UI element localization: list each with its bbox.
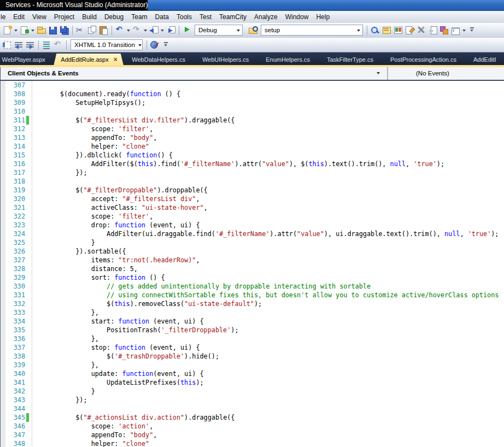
undo-icon[interactable] — [115, 25, 125, 35]
code-line-314[interactable]: 314 helper: "clone" — [1, 142, 504, 151]
menu-window[interactable]: Window — [282, 11, 313, 23]
code-line-347[interactable]: 347 appendTo: "body", — [1, 431, 504, 439]
tab-addeditrule-aspx[interactable]: AddEditRule.aspx× — [54, 54, 123, 65]
format-selection-icon[interactable] — [53, 40, 63, 50]
code-line-307[interactable]: 307 — [1, 81, 504, 90]
redo-icon[interactable] — [132, 25, 142, 35]
copy-icon[interactable] — [87, 25, 97, 35]
find-symbol-icon[interactable] — [370, 25, 380, 35]
code-line-340[interactable]: 340 update: function(event, ui) { — [1, 369, 504, 378]
new-query-icon[interactable] — [405, 25, 415, 35]
extension-manager-icon[interactable] — [439, 25, 449, 35]
code-line-346[interactable]: 346 scope: 'action', — [1, 422, 504, 431]
dropdown-arrow-icon[interactable] — [143, 26, 148, 34]
dropdown-arrow-icon[interactable] — [13, 26, 18, 34]
menu-test[interactable]: Test — [196, 11, 215, 23]
code-line-312[interactable]: 312 scope: 'filter', — [1, 125, 504, 133]
save-icon[interactable] — [48, 25, 58, 35]
dropdown-arrow-icon[interactable] — [461, 26, 466, 34]
cut-icon[interactable] — [75, 25, 86, 35]
new-item-icon[interactable] — [2, 25, 13, 35]
code-line-334[interactable]: 334 start: function (event, ui) { — [1, 317, 504, 326]
code-line-342[interactable]: 342 } — [1, 387, 504, 396]
menu-tools[interactable]: Tools — [173, 11, 196, 23]
code-line-315[interactable]: 315 }).dblclick( function() { — [1, 151, 504, 160]
code-line-311[interactable]: 311 $("#_filtersList div.filter").dragga… — [1, 116, 504, 125]
code-line-310[interactable]: 310 — [1, 107, 504, 116]
code-line-328[interactable]: 328 distance: 5, — [1, 264, 504, 273]
menu-help[interactable]: Help — [312, 11, 333, 23]
code-line-341[interactable]: 341 UpdateListPrefixes(this); — [1, 378, 504, 387]
code-line-348[interactable]: 348 helper: "clone" — [1, 439, 504, 447]
menu-edit[interactable]: Edit — [9, 11, 28, 23]
tab-webplayer-aspx[interactable]: WebPlayer.aspx — [0, 54, 54, 65]
code-line-331[interactable]: 331 // using connectWithSortable fixes t… — [1, 291, 504, 299]
add-project-icon[interactable] — [19, 25, 30, 35]
code-line-323[interactable]: 323 drop: function (event, ui) { — [1, 221, 504, 230]
event-dropdown[interactable]: (No Events) — [388, 67, 504, 80]
code-line-337[interactable]: 337 stop: function (event, ui) { — [1, 343, 504, 352]
toolbar-overflow-button[interactable] — [468, 25, 476, 35]
code-line-309[interactable]: 309 SetupHelpTipsys(); — [1, 98, 504, 107]
code-line-338[interactable]: 338 $('#_trashDroppable').hide(); — [1, 352, 504, 361]
paste-icon[interactable] — [98, 25, 109, 35]
code-line-324[interactable]: 324 AddFilter(ui.draggable.find('#_filte… — [1, 230, 504, 238]
find-in-files-icon[interactable] — [248, 25, 259, 35]
menu-team[interactable]: Team — [127, 11, 151, 23]
format-document-icon[interactable] — [42, 40, 52, 50]
code-editor[interactable]: 307308 $(document).ready(function () {30… — [0, 81, 504, 447]
menu-analyze[interactable]: Analyze — [250, 11, 282, 23]
increase-indent-icon[interactable] — [25, 40, 36, 50]
validate-icon[interactable] — [150, 40, 160, 50]
code-line-336[interactable]: 336 }, — [1, 334, 504, 343]
tab-taskfiltertype-cs[interactable]: TaskFilterType.cs — [318, 54, 382, 65]
tab-webuihelpers-cs[interactable]: WebUIHelpers.cs — [194, 54, 257, 65]
doctype-combobox[interactable]: XHTML 1.0 Transition — [71, 39, 143, 50]
code-line-333[interactable]: 333 }, — [1, 308, 504, 317]
code-line-335[interactable]: 335 PositionTrash('_filterDroppable'); — [1, 326, 504, 334]
decrease-indent-icon[interactable] — [14, 40, 24, 50]
open-folder-icon[interactable] — [36, 25, 46, 35]
code-line-313[interactable]: 313 appendTo: "body", — [1, 133, 504, 142]
tools-options-icon[interactable] — [416, 25, 426, 35]
code-line-316[interactable]: 316 AddFilter($(this).find('#_filterName… — [1, 160, 504, 168]
code-line-329[interactable]: 329 sort: function () { — [1, 273, 504, 282]
menu-data[interactable]: Data — [151, 11, 173, 23]
code-line-321[interactable]: 321 activeClass: "ui-state-hover", — [1, 203, 504, 212]
close-icon[interactable]: × — [114, 57, 118, 62]
code-line-343[interactable]: 343 }); — [1, 396, 504, 404]
menu-view[interactable]: View — [28, 11, 50, 23]
menu-project[interactable]: Project — [50, 11, 78, 23]
find-combo-combobox[interactable]: setup — [261, 25, 363, 36]
save-all-icon[interactable] — [59, 25, 69, 35]
code-line-322[interactable]: 322 scope: 'filter', — [1, 212, 504, 221]
tab-enumhelpers-cs[interactable]: EnumHelpers.cs — [257, 54, 319, 65]
code-line-317[interactable]: 317 }); — [1, 168, 504, 177]
code-line-320[interactable]: 320 accept: "#_filtersList div", — [1, 195, 504, 203]
code-line-319[interactable]: 319 $("#_filterDroppable").droppable({ — [1, 186, 504, 195]
tab-postprocessingaction-cs[interactable]: PostProcessingAction.cs — [382, 54, 465, 65]
code-line-330[interactable]: 330 // gets added unintentionally by dro… — [1, 282, 504, 291]
select-region-icon[interactable] — [2, 40, 13, 50]
code-line-339[interactable]: 339 }, — [1, 361, 504, 369]
solution-config-combobox[interactable]: Debug — [195, 25, 243, 36]
tab-webdatahelpers-cs[interactable]: WebDataHelpers.cs — [124, 54, 194, 65]
code-line-344[interactable]: 344 — [1, 404, 504, 413]
navigate-to-icon[interactable] — [427, 25, 438, 35]
start-debug-icon[interactable] — [182, 25, 192, 35]
object-dropdown[interactable]: Client Objects & Events — [1, 67, 387, 80]
code-line-325[interactable]: 325 } — [1, 238, 504, 247]
dropdown-arrow-icon[interactable] — [160, 26, 165, 34]
code-line-318[interactable]: 318 — [1, 177, 504, 186]
dropdown-arrow-icon[interactable] — [30, 26, 35, 34]
code-line-326[interactable]: 326 }).sortable({ — [1, 247, 504, 256]
menu-build[interactable]: Build — [78, 11, 101, 23]
object-browser-icon[interactable] — [393, 25, 403, 35]
nav-back-icon[interactable] — [149, 25, 159, 35]
menu-teamcity[interactable]: TeamCity — [215, 11, 250, 23]
nav-forward-icon[interactable] — [166, 25, 176, 35]
tab-addediti[interactable]: AddEditI — [465, 54, 504, 65]
code-line-345[interactable]: 345 $("#_actionsList div.action").dragga… — [1, 413, 504, 422]
properties-window-icon[interactable] — [382, 25, 392, 35]
code-line-327[interactable]: 327 items: "tr:not(.headerRow)", — [1, 256, 504, 264]
